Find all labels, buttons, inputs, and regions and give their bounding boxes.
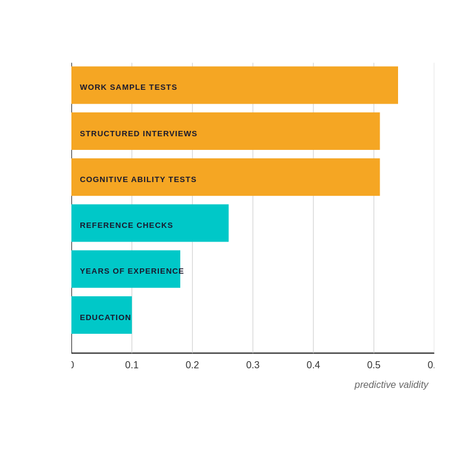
svg-text:0: 0	[71, 359, 74, 370]
svg-text:0.5: 0.5	[367, 359, 381, 370]
svg-text:STRUCTURED INTERVIEWS: STRUCTURED INTERVIEWS	[80, 129, 198, 138]
chart-wrapper: 0 0.1 0.2 0.3 0.4 0.5 0.6 WORK SAMPLE TE…	[36, 36, 440, 440]
svg-text:WORK SAMPLE TESTS: WORK SAMPLE TESTS	[80, 83, 177, 92]
svg-text:YEARS OF EXPERIENCE: YEARS OF EXPERIENCE	[80, 267, 184, 275]
svg-text:predictive validity: predictive validity	[354, 379, 429, 390]
svg-text:0.3: 0.3	[246, 359, 260, 370]
svg-text:0.1: 0.1	[125, 359, 139, 370]
svg-text:0.2: 0.2	[186, 359, 199, 370]
bar-chart: 0 0.1 0.2 0.3 0.4 0.5 0.6 WORK SAMPLE TE…	[71, 48, 434, 405]
chart-area: 0 0.1 0.2 0.3 0.4 0.5 0.6 WORK SAMPLE TE…	[71, 48, 434, 405]
svg-text:COGNITIVE ABILITY TESTS: COGNITIVE ABILITY TESTS	[80, 175, 197, 184]
main-container: Applied CV	[0, 0, 476, 476]
svg-text:0.4: 0.4	[306, 359, 320, 370]
svg-text:REFERENCE CHECKS: REFERENCE CHECKS	[80, 221, 173, 230]
svg-text:EDUCATION: EDUCATION	[80, 313, 131, 322]
svg-text:0.6: 0.6	[428, 359, 434, 370]
